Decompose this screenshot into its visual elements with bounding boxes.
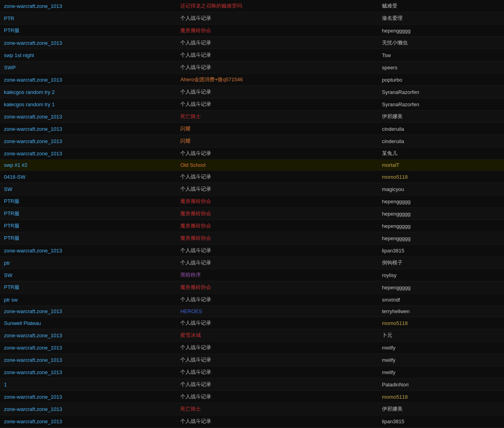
table-row[interactable]: PTR服魔兽搬砖协会hepenggggg bbox=[0, 208, 504, 220]
col-title: 个人战斗记录 bbox=[176, 12, 378, 25]
col-title: 个人战斗记录 bbox=[176, 342, 378, 354]
col-source: 1 bbox=[0, 378, 176, 391]
col-source: zone-warcraft.zone_1013 bbox=[0, 37, 176, 49]
table-row[interactable]: PTR服魔兽搬砖协会hepenggggg bbox=[0, 25, 504, 37]
col-player: hepenggggg bbox=[378, 208, 504, 220]
col-player: meilfy bbox=[378, 366, 504, 378]
table-row[interactable]: zone-warcraft.zone_1013闪耀cinderuila bbox=[0, 135, 504, 147]
table-row[interactable]: PTR服魔兽搬砖协会hepenggggg bbox=[0, 220, 504, 232]
col-player: 潋名爱理 bbox=[378, 12, 504, 25]
table-row[interactable]: SW个人战斗记录magicyou bbox=[0, 183, 504, 195]
table-row[interactable]: zone-warcraft.zone_1013个人战斗记录meilfy bbox=[0, 354, 504, 366]
table-row[interactable]: swp 1st night个人战斗记录Tsw bbox=[0, 49, 504, 61]
col-title: 魔兽搬砖协会 bbox=[176, 195, 378, 208]
table-row[interactable]: ptr个人战斗记录倒钩模子 bbox=[0, 257, 504, 269]
col-source: SWP bbox=[0, 61, 176, 74]
table-row[interactable]: zone-warcraft.zone_1013Ahero金团消费+微q57154… bbox=[0, 74, 504, 86]
col-source: zone-warcraft.zone_1013 bbox=[0, 123, 176, 135]
col-player: cinderuila bbox=[378, 123, 504, 135]
replay-table: zone-warcraft.zone_1013还记得龙之召唤的贼难受吗贼难受PT… bbox=[0, 0, 504, 428]
table-row[interactable]: SW黑暗秩序roylisy bbox=[0, 269, 504, 281]
col-source: 0416-SW bbox=[0, 171, 176, 183]
col-player: 贼难受 bbox=[378, 0, 504, 12]
col-title: HEROES bbox=[176, 306, 378, 317]
col-source: SW bbox=[0, 183, 176, 195]
col-title: 魔兽搬砖协会 bbox=[176, 220, 378, 232]
col-source: zone-warcraft.zone_1013 bbox=[0, 366, 176, 378]
col-source: zone-warcraft.zone_1013 bbox=[0, 403, 176, 415]
col-title: 蜜雪冰城 bbox=[176, 329, 378, 342]
col-title: 个人战斗记录 bbox=[176, 354, 378, 366]
col-title: 个人战斗记录 bbox=[176, 49, 378, 61]
col-player: SyranaRazorfen bbox=[378, 98, 504, 111]
col-source: zone-warcraft.zone_1013 bbox=[0, 0, 176, 12]
main-table-container: zone-warcraft.zone_1013还记得龙之召唤的贼难受吗贼难受PT… bbox=[0, 0, 504, 428]
col-title: Old School bbox=[176, 160, 378, 171]
table-row[interactable]: 0416-SW个人战斗记录momo5118 bbox=[0, 171, 504, 183]
col-title: 闪耀 bbox=[176, 135, 378, 147]
table-row[interactable]: zone-warcraft.zone_1013个人战斗记录某兔儿 bbox=[0, 147, 504, 160]
col-source: kalecgos random try 2 bbox=[0, 86, 176, 98]
table-row[interactable]: zone-warcraft.zone_1013个人战斗记录meilfy bbox=[0, 342, 504, 354]
col-title: 个人战斗记录 bbox=[176, 171, 378, 183]
col-title: Ahero金团消费+微q571546 bbox=[176, 74, 378, 86]
col-title: 魔兽搬砖协会 bbox=[176, 281, 378, 294]
col-player: terryhellwen bbox=[378, 306, 504, 317]
col-source: zone-warcraft.zone_1013 bbox=[0, 245, 176, 257]
col-source: zone-warcraft.zone_1013 bbox=[0, 306, 176, 317]
col-source: zone-warcraft.zone_1013 bbox=[0, 74, 176, 86]
table-row[interactable]: zone-warcraft.zone_1013HEROESterryhellwe… bbox=[0, 306, 504, 317]
col-title: 个人战斗记录 bbox=[176, 257, 378, 269]
col-player: cinderuila bbox=[378, 135, 504, 147]
table-row[interactable]: zone-warcraft.zone_1013闪耀cinderuila bbox=[0, 123, 504, 135]
col-title: 个人战斗记录 bbox=[176, 294, 378, 306]
col-title: 魔兽搬砖协会 bbox=[176, 25, 378, 37]
table-row[interactable]: zone-warcraft.zone_1013个人战斗记录momo5118 bbox=[0, 391, 504, 403]
col-title: 黑暗秩序 bbox=[176, 269, 378, 281]
table-row[interactable]: ptr sw个人战斗记录smxtridf bbox=[0, 294, 504, 306]
col-title: 个人战斗记录 bbox=[176, 147, 378, 160]
col-player: meilfy bbox=[378, 354, 504, 366]
col-source: PTR服 bbox=[0, 195, 176, 208]
col-source: Sunwell Plateau bbox=[0, 317, 176, 329]
col-player: hepenggggg bbox=[378, 220, 504, 232]
table-row[interactable]: PTR服魔兽搬砖协会hepenggggg bbox=[0, 195, 504, 208]
col-player: roylisy bbox=[378, 269, 504, 281]
col-title: 死亡骑士 bbox=[176, 111, 378, 123]
table-row[interactable]: PTR服魔兽搬砖协会hepenggggg bbox=[0, 232, 504, 245]
col-source: PTR bbox=[0, 12, 176, 25]
col-source: zone-warcraft.zone_1013 bbox=[0, 415, 176, 428]
table-row[interactable]: 1个人战斗记录PaladinNori bbox=[0, 378, 504, 391]
table-row[interactable]: zone-warcraft.zone_1013个人战斗记录lipan3815 bbox=[0, 245, 504, 257]
table-row[interactable]: zone-warcraft.zone_1013个人战斗记录meilfy bbox=[0, 366, 504, 378]
col-title: 闪耀 bbox=[176, 123, 378, 135]
table-row[interactable]: zone-warcraft.zone_1013还记得龙之召唤的贼难受吗贼难受 bbox=[0, 0, 504, 12]
table-row[interactable]: Sunwell Plateau个人战斗记录momo5118 bbox=[0, 317, 504, 329]
col-title: 魔兽搬砖协会 bbox=[176, 208, 378, 220]
col-player: lipan3815 bbox=[378, 415, 504, 428]
table-row[interactable]: zone-warcraft.zone_1013蜜雪冰城卜元 bbox=[0, 329, 504, 342]
col-source: SW bbox=[0, 269, 176, 281]
table-row[interactable]: zone-warcraft.zone_1013死亡骑士伊邪娜美 bbox=[0, 403, 504, 415]
col-player: momo5118 bbox=[378, 391, 504, 403]
table-row[interactable]: swp #1 #2Old SchoolmortalT bbox=[0, 160, 504, 171]
table-row[interactable]: kalecgos random try 1个人战斗记录SyranaRazorfe… bbox=[0, 98, 504, 111]
col-source: zone-warcraft.zone_1013 bbox=[0, 111, 176, 123]
table-row[interactable]: SWP个人战斗记录speers bbox=[0, 61, 504, 74]
col-player: hepenggggg bbox=[378, 195, 504, 208]
table-row[interactable]: zone-warcraft.zone_1013个人战斗记录无忧小懒虫 bbox=[0, 37, 504, 49]
col-player: hepenggggg bbox=[378, 281, 504, 294]
table-row[interactable]: zone-warcraft.zone_1013个人战斗记录lipan3815 bbox=[0, 415, 504, 428]
table-row[interactable]: zone-warcraft.zone_1013死亡骑士伊邪娜美 bbox=[0, 111, 504, 123]
col-title: 个人战斗记录 bbox=[176, 61, 378, 74]
col-player: SyranaRazorfen bbox=[378, 86, 504, 98]
col-source: zone-warcraft.zone_1013 bbox=[0, 342, 176, 354]
table-row[interactable]: PTR服魔兽搬砖协会hepenggggg bbox=[0, 281, 504, 294]
col-title: 个人战斗记录 bbox=[176, 86, 378, 98]
table-row[interactable]: PTR个人战斗记录潋名爱理 bbox=[0, 12, 504, 25]
col-source: PTR服 bbox=[0, 232, 176, 245]
col-source: swp #1 #2 bbox=[0, 160, 176, 171]
col-title: 还记得龙之召唤的贼难受吗 bbox=[176, 0, 378, 12]
col-title: 个人战斗记录 bbox=[176, 415, 378, 428]
table-row[interactable]: kalecgos random try 2个人战斗记录SyranaRazorfe… bbox=[0, 86, 504, 98]
